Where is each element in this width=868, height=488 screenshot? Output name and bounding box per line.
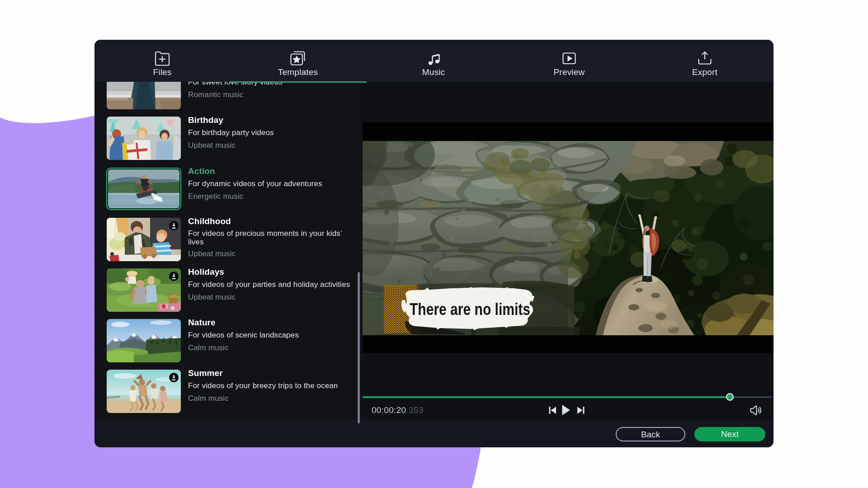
svg-text:There are no limits: There are no limits: [410, 300, 530, 319]
